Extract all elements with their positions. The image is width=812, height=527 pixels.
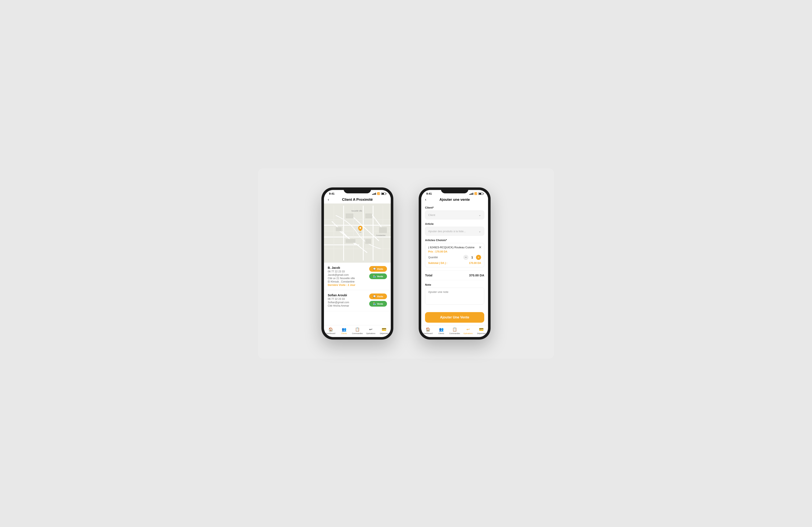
operations-icon-1: ↩ xyxy=(369,327,372,332)
client-phone-1: 06 77 22 23 33 xyxy=(328,270,356,273)
phone-1-content: Nouvelle Ville Constantine B. Jacob xyxy=(324,204,391,325)
client-item-1: B. Jacob 06 77 22 23 33 Jacob@gmail.com … xyxy=(324,263,391,290)
nav-header-1: ‹ Client A Proximité xyxy=(324,196,391,204)
store-icon: 🏪 xyxy=(373,275,376,278)
visite-button-1[interactable]: 💬 Visite xyxy=(369,266,387,272)
total-row: Total 370.00 DA xyxy=(425,270,484,280)
client-name-1: B. Jacob xyxy=(328,266,356,269)
signal-icon-2 xyxy=(469,193,473,195)
chevron-down-icon-1: ⌄ xyxy=(479,213,481,216)
article-section: Article Ajouter des produits à la liste.… xyxy=(425,222,484,236)
client-list: B. Jacob 06 77 22 23 33 Jacob@gmail.com … xyxy=(324,263,391,325)
clients-icon-1: 👥 xyxy=(342,327,346,332)
total-value: 370.00 DA xyxy=(469,273,484,277)
battery-icon-2 xyxy=(478,193,483,195)
form-content: Client* Client ⌄ Article Ajouter des pro… xyxy=(421,204,488,310)
client-actions-1: 💬 Visite 🏪 Vente xyxy=(369,266,387,279)
subtotal-row: Subtotal ( DA ) : 170.00 DA xyxy=(428,261,481,265)
phone-2-inner: 9:41 📶 ‹ Ajouter une vente xyxy=(421,190,488,337)
signal-icon-1 xyxy=(372,193,376,195)
client-last-visit-1: Dernière Visite : 2 Jour xyxy=(328,284,356,287)
nav-clients-2[interactable]: 👥 Clients xyxy=(435,327,448,334)
nav-commandes-2[interactable]: 📋 Commandes xyxy=(448,327,461,334)
nav-commandes-label-1: Commandes xyxy=(352,332,363,334)
client-actions-2: 💬 Visite 🏪 Vente xyxy=(369,293,387,306)
note-section: Note xyxy=(425,283,484,305)
client-address-2: Cité Hricha Ammar xyxy=(328,304,349,307)
scene: 9:41 📶 ‹ Client A Proximité xyxy=(258,168,554,359)
wifi-icon-1: 📶 xyxy=(377,192,380,195)
svg-rect-17 xyxy=(346,213,353,218)
svg-rect-21 xyxy=(346,239,355,243)
qty-decrement-button[interactable]: − xyxy=(463,255,468,260)
client-info-1: B. Jacob 06 77 22 23 33 Jacob@gmail.com … xyxy=(328,266,356,287)
status-icons-1: 📶 xyxy=(372,192,386,195)
nav-dashboard-2[interactable]: 🏠 Dashboard xyxy=(421,327,435,334)
bottom-nav-1: 🏠 Dashboard 👥 Clients 📋 Commandes ↩ Opér… xyxy=(324,325,391,337)
visite-button-2[interactable]: 💬 Visite xyxy=(369,293,387,299)
client-info-2: Sofian Aroubi 06 77 22 23 33 Sofian@gmai… xyxy=(328,293,349,308)
back-button-1[interactable]: ‹ xyxy=(328,197,333,202)
depenses-icon-1: 💳 xyxy=(382,327,386,332)
remove-article-button[interactable]: ✕ xyxy=(479,245,481,249)
notch-2 xyxy=(441,187,468,193)
map-container: Nouvelle Ville Constantine xyxy=(324,204,391,263)
total-label: Total xyxy=(425,273,432,277)
client-placeholder: Client xyxy=(428,213,435,216)
add-sale-button[interactable]: Ajouter Une Vente xyxy=(425,312,484,323)
nav-operations-label-1: Opérations xyxy=(366,332,375,334)
article-placeholder: Ajouter des produits à la liste... xyxy=(428,230,466,233)
client-field-label: Client* xyxy=(425,206,484,209)
svg-rect-22 xyxy=(365,239,371,244)
back-button-2[interactable]: ‹ xyxy=(425,197,430,202)
nav-depenses-1[interactable]: 💳 Dépenses xyxy=(377,327,391,334)
qty-value: 1 xyxy=(470,256,474,259)
svg-point-26 xyxy=(359,232,361,232)
article-item-name: ( 624923-RCQUICK) Rouleau Cuisine xyxy=(428,246,481,249)
nav-commandes-1[interactable]: 📋 Commandes xyxy=(351,327,364,334)
nav-depenses-label-1: Dépenses xyxy=(380,332,389,334)
wifi-icon-2: 📶 xyxy=(474,192,477,195)
nav-operations-1[interactable]: ↩ Opérations xyxy=(364,327,377,334)
svg-rect-20 xyxy=(379,227,387,233)
bottom-nav-2: 🏠 Dashboard 👥 Clients 📋 Commandes ↩ Opér… xyxy=(421,325,488,337)
store-icon-2: 🏪 xyxy=(373,302,376,305)
nav-header-2: ‹ Ajouter une vente xyxy=(421,196,488,204)
note-input[interactable] xyxy=(425,288,484,304)
client-email-1: Jacob@gmail.com xyxy=(328,273,356,276)
chevron-down-icon-2: ⌄ xyxy=(479,229,481,233)
client-item-2: Sofian Aroubi 06 77 22 23 33 Sofian@gmai… xyxy=(324,290,391,311)
client-address-1: Cité uv 21 Nouvelle ville xyxy=(328,277,356,280)
client-name-2: Sofian Aroubi xyxy=(328,293,349,297)
article-item-price: Prix : 170.00 DA xyxy=(428,250,481,253)
operations-icon-2: ↩ xyxy=(466,327,470,332)
nav-depenses-2[interactable]: 💳 Dépenses xyxy=(475,327,488,334)
battery-icon-1 xyxy=(381,193,386,195)
qty-increment-button[interactable]: + xyxy=(476,255,481,260)
nav-dashboard-label-1: Dashboard xyxy=(326,332,335,334)
nav-clients-label-1: Clients xyxy=(341,332,347,334)
svg-rect-18 xyxy=(365,213,372,218)
client-select[interactable]: Client ⌄ xyxy=(425,210,484,219)
note-label: Note xyxy=(425,283,484,286)
quantity-row: Quantité − 1 + xyxy=(428,255,481,260)
nav-dashboard-1[interactable]: 🏠 Dashboard xyxy=(324,327,337,334)
subtotal-value: 170.00 DA xyxy=(469,261,481,265)
article-select[interactable]: Ajouter des produits à la liste... ⌄ xyxy=(425,227,484,236)
svg-rect-19 xyxy=(336,227,342,231)
client-email-2: Sofian@gmail.com xyxy=(328,301,349,304)
page-title-2: Ajouter une vente xyxy=(430,198,479,202)
nav-clients-1[interactable]: 👥 Clients xyxy=(337,327,351,334)
svg-text:Nouvelle Ville: Nouvelle Ville xyxy=(351,210,362,212)
vente-button-2[interactable]: 🏪 Vente xyxy=(369,301,387,306)
nav-operations-2[interactable]: ↩ Opérations xyxy=(461,327,475,334)
depenses-icon-2: 💳 xyxy=(479,327,483,332)
client-city-1: El Khroub , Constantine xyxy=(328,280,356,283)
home-icon-2: 🏠 xyxy=(426,327,430,332)
vente-button-1[interactable]: 🏪 Vente xyxy=(369,273,387,279)
page-title-1: Client A Proximité xyxy=(333,198,382,202)
article-field-label: Article xyxy=(425,222,484,225)
notch-1 xyxy=(344,187,371,193)
nav-clients-label-2: Clients xyxy=(438,332,444,334)
chat-icon-2: 💬 xyxy=(373,295,376,298)
